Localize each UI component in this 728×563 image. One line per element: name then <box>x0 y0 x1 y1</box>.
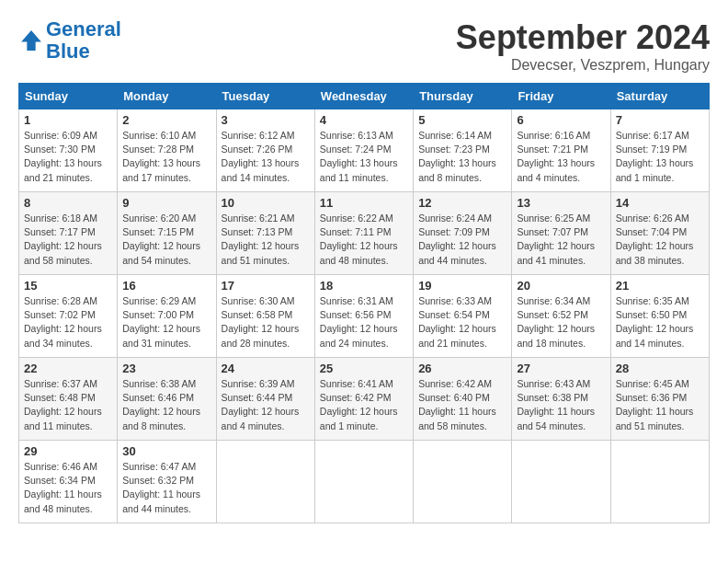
day-cell: 17Sunrise: 6:30 AM Sunset: 6:58 PM Dayli… <box>216 275 314 358</box>
logo: General Blue <box>18 18 121 63</box>
day-number: 10 <box>222 196 310 210</box>
day-detail: Sunrise: 6:12 AM Sunset: 7:26 PM Dayligh… <box>222 129 310 185</box>
day-cell: 19Sunrise: 6:33 AM Sunset: 6:54 PM Dayli… <box>414 275 512 358</box>
header-row: Sunday Monday Tuesday Wednesday Thursday… <box>19 84 710 109</box>
day-detail: Sunrise: 6:31 AM Sunset: 6:56 PM Dayligh… <box>320 294 408 350</box>
day-cell: 8Sunrise: 6:18 AM Sunset: 7:17 PM Daylig… <box>19 192 118 275</box>
day-cell: 20Sunrise: 6:34 AM Sunset: 6:52 PM Dayli… <box>512 275 610 358</box>
col-monday: Monday <box>118 84 216 109</box>
week-row-3: 15Sunrise: 6:28 AM Sunset: 7:02 PM Dayli… <box>19 275 710 358</box>
day-number: 28 <box>616 362 704 375</box>
logo-icon <box>18 28 44 53</box>
day-cell: 25Sunrise: 6:41 AM Sunset: 6:42 PM Dayli… <box>314 358 413 441</box>
day-number: 6 <box>517 113 605 127</box>
day-detail: Sunrise: 6:21 AM Sunset: 7:13 PM Dayligh… <box>222 212 310 268</box>
day-cell: 13Sunrise: 6:25 AM Sunset: 7:07 PM Dayli… <box>512 192 610 275</box>
day-detail: Sunrise: 6:26 AM Sunset: 7:04 PM Dayligh… <box>616 212 704 268</box>
day-cell <box>216 441 314 523</box>
day-detail: Sunrise: 6:30 AM Sunset: 6:58 PM Dayligh… <box>222 294 310 350</box>
day-number: 20 <box>517 279 605 293</box>
day-detail: Sunrise: 6:10 AM Sunset: 7:28 PM Dayligh… <box>122 129 210 185</box>
day-cell: 10Sunrise: 6:21 AM Sunset: 7:13 PM Dayli… <box>216 192 314 275</box>
day-cell: 15Sunrise: 6:28 AM Sunset: 7:02 PM Dayli… <box>19 275 118 358</box>
day-cell: 4Sunrise: 6:13 AM Sunset: 7:24 PM Daylig… <box>314 109 413 192</box>
day-number: 3 <box>222 113 310 127</box>
day-cell: 26Sunrise: 6:42 AM Sunset: 6:40 PM Dayli… <box>414 358 512 441</box>
day-number: 27 <box>517 362 605 375</box>
day-number: 26 <box>418 362 506 375</box>
day-number: 8 <box>24 196 112 210</box>
day-cell: 18Sunrise: 6:31 AM Sunset: 6:56 PM Dayli… <box>314 275 413 358</box>
day-detail: Sunrise: 6:37 AM Sunset: 6:48 PM Dayligh… <box>24 377 112 433</box>
day-cell: 11Sunrise: 6:22 AM Sunset: 7:11 PM Dayli… <box>314 192 413 275</box>
col-saturday: Saturday <box>610 84 709 109</box>
calendar-header: Sunday Monday Tuesday Wednesday Thursday… <box>19 84 710 109</box>
day-cell: 12Sunrise: 6:24 AM Sunset: 7:09 PM Dayli… <box>414 192 512 275</box>
day-detail: Sunrise: 6:38 AM Sunset: 6:46 PM Dayligh… <box>122 377 210 433</box>
day-detail: Sunrise: 6:09 AM Sunset: 7:30 PM Dayligh… <box>24 129 112 185</box>
day-number: 11 <box>320 196 408 210</box>
logo-line1: General <box>46 17 121 40</box>
col-friday: Friday <box>512 84 610 109</box>
day-cell: 30Sunrise: 6:47 AM Sunset: 6:32 PM Dayli… <box>118 441 216 523</box>
week-row-2: 8Sunrise: 6:18 AM Sunset: 7:17 PM Daylig… <box>19 192 710 275</box>
day-detail: Sunrise: 6:17 AM Sunset: 7:19 PM Dayligh… <box>616 129 704 185</box>
col-thursday: Thursday <box>414 84 512 109</box>
calendar-body: 1Sunrise: 6:09 AM Sunset: 7:30 PM Daylig… <box>19 109 710 523</box>
day-number: 15 <box>24 279 112 293</box>
day-detail: Sunrise: 6:20 AM Sunset: 7:15 PM Dayligh… <box>122 212 210 268</box>
day-cell: 3Sunrise: 6:12 AM Sunset: 7:26 PM Daylig… <box>216 109 314 192</box>
day-number: 21 <box>616 279 704 293</box>
logo-line2: Blue <box>46 40 90 63</box>
day-number: 2 <box>122 113 210 127</box>
col-sunday: Sunday <box>19 84 118 109</box>
day-detail: Sunrise: 6:18 AM Sunset: 7:17 PM Dayligh… <box>24 212 112 268</box>
day-detail: Sunrise: 6:22 AM Sunset: 7:11 PM Dayligh… <box>320 212 408 268</box>
day-number: 5 <box>418 113 506 127</box>
day-detail: Sunrise: 6:25 AM Sunset: 7:07 PM Dayligh… <box>517 212 605 268</box>
day-cell <box>314 441 413 523</box>
day-detail: Sunrise: 6:35 AM Sunset: 6:50 PM Dayligh… <box>616 294 704 350</box>
day-number: 29 <box>24 444 112 458</box>
day-number: 19 <box>418 279 506 293</box>
day-cell <box>610 441 709 523</box>
day-cell: 5Sunrise: 6:14 AM Sunset: 7:23 PM Daylig… <box>414 109 512 192</box>
week-row-4: 22Sunrise: 6:37 AM Sunset: 6:48 PM Dayli… <box>19 358 710 441</box>
location-subtitle: Devecser, Veszprem, Hungary <box>456 57 710 74</box>
day-cell: 21Sunrise: 6:35 AM Sunset: 6:50 PM Dayli… <box>610 275 709 358</box>
day-cell: 22Sunrise: 6:37 AM Sunset: 6:48 PM Dayli… <box>19 358 118 441</box>
day-detail: Sunrise: 6:42 AM Sunset: 6:40 PM Dayligh… <box>418 377 506 433</box>
day-detail: Sunrise: 6:13 AM Sunset: 7:24 PM Dayligh… <box>320 129 408 185</box>
day-cell: 6Sunrise: 6:16 AM Sunset: 7:21 PM Daylig… <box>512 109 610 192</box>
day-number: 14 <box>616 196 704 210</box>
day-number: 30 <box>122 444 210 458</box>
logo-text: General Blue <box>46 18 121 63</box>
page-header: General Blue September 2024 Devecser, Ve… <box>18 18 710 74</box>
day-detail: Sunrise: 6:45 AM Sunset: 6:36 PM Dayligh… <box>616 377 704 433</box>
day-cell <box>512 441 610 523</box>
day-detail: Sunrise: 6:16 AM Sunset: 7:21 PM Dayligh… <box>517 129 605 185</box>
day-cell: 24Sunrise: 6:39 AM Sunset: 6:44 PM Dayli… <box>216 358 314 441</box>
day-cell: 29Sunrise: 6:46 AM Sunset: 6:34 PM Dayli… <box>19 441 118 523</box>
day-cell: 27Sunrise: 6:43 AM Sunset: 6:38 PM Dayli… <box>512 358 610 441</box>
day-number: 25 <box>320 362 408 375</box>
day-cell: 14Sunrise: 6:26 AM Sunset: 7:04 PM Dayli… <box>610 192 709 275</box>
day-detail: Sunrise: 6:39 AM Sunset: 6:44 PM Dayligh… <box>222 377 310 433</box>
day-detail: Sunrise: 6:24 AM Sunset: 7:09 PM Dayligh… <box>418 212 506 268</box>
day-number: 7 <box>616 113 704 127</box>
day-cell: 23Sunrise: 6:38 AM Sunset: 6:46 PM Dayli… <box>118 358 216 441</box>
col-tuesday: Tuesday <box>216 84 314 109</box>
day-cell: 28Sunrise: 6:45 AM Sunset: 6:36 PM Dayli… <box>610 358 709 441</box>
col-wednesday: Wednesday <box>314 84 413 109</box>
day-number: 23 <box>122 362 210 375</box>
day-detail: Sunrise: 6:34 AM Sunset: 6:52 PM Dayligh… <box>517 294 605 350</box>
day-number: 16 <box>122 279 210 293</box>
day-number: 18 <box>320 279 408 293</box>
week-row-5: 29Sunrise: 6:46 AM Sunset: 6:34 PM Dayli… <box>19 441 710 523</box>
day-cell: 7Sunrise: 6:17 AM Sunset: 7:19 PM Daylig… <box>610 109 709 192</box>
day-number: 4 <box>320 113 408 127</box>
day-detail: Sunrise: 6:47 AM Sunset: 6:32 PM Dayligh… <box>122 460 210 516</box>
month-title: September 2024 <box>456 18 710 57</box>
day-cell: 16Sunrise: 6:29 AM Sunset: 7:00 PM Dayli… <box>118 275 216 358</box>
day-cell: 9Sunrise: 6:20 AM Sunset: 7:15 PM Daylig… <box>118 192 216 275</box>
